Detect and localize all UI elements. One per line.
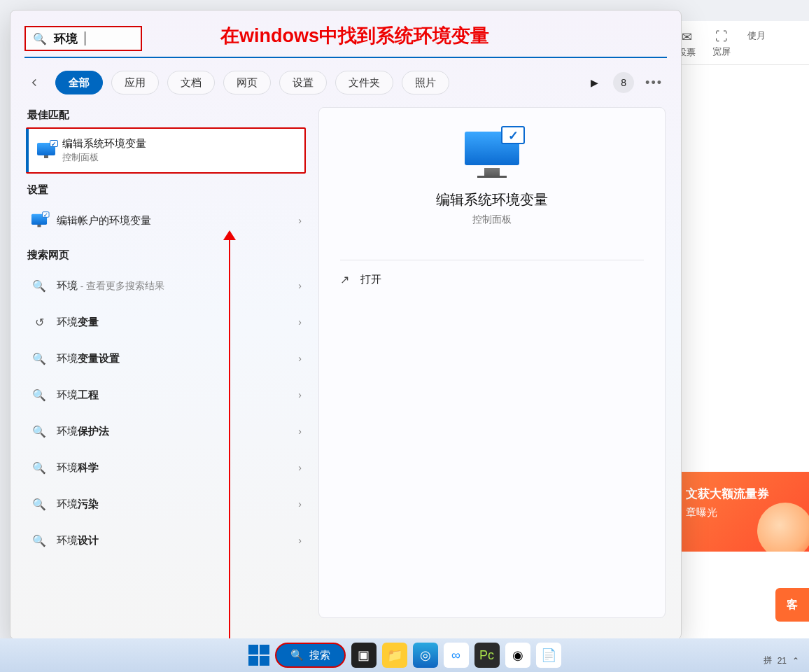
chevron-right-icon: › [298, 280, 302, 291]
search-icon: 🔍 [30, 352, 48, 365]
play-icon[interactable]: ▶ [584, 72, 605, 93]
annotation-arrow [229, 234, 230, 640]
search-bar: 🔍 环境 在windows中找到系统环境变量 [24, 20, 667, 58]
search-query-text: 环境 [54, 31, 78, 47]
chevron-right-icon: › [298, 215, 302, 226]
search-icon: 🔍 [30, 498, 48, 511]
search-icon: 🔍 [30, 279, 48, 293]
taskbar-edge-icon[interactable]: ◎ [413, 643, 438, 668]
tab-folders[interactable]: 文件夹 [335, 71, 393, 94]
open-button[interactable]: ↗ 打开 [340, 260, 644, 286]
taskbar-chrome-icon[interactable]: ◉ [505, 643, 530, 668]
start-button[interactable] [248, 645, 269, 666]
chevron-right-icon: › [298, 498, 302, 510]
search-icon: 🔍 [30, 388, 48, 402]
preview-panel: ✓ 编辑系统环境变量 控制面板 ↗ 打开 [318, 107, 666, 618]
taskbar-baidu-icon[interactable]: ∞ [444, 643, 469, 668]
result-web-item[interactable]: 🔍环境科学› [26, 449, 306, 486]
taskbar-search[interactable]: 🔍搜索 [275, 643, 346, 668]
section-settings: 设置 [27, 183, 306, 197]
history-icon: ↺ [30, 316, 48, 329]
result-web-item[interactable]: 🔍环境变量设置› [26, 340, 306, 377]
expand-icon: ⛶ [715, 29, 728, 44]
monitor-icon: ✓ [37, 143, 55, 158]
taskbar-notepad-icon[interactable]: 📄 [536, 643, 561, 668]
feedback-tab[interactable]: 客 [775, 588, 809, 622]
result-web-more[interactable]: 🔍 环境 - 查看更多搜索结果 › [26, 267, 306, 304]
result-web-item[interactable]: 🔍环境保护法› [26, 413, 306, 449]
chevron-right-icon: › [298, 535, 302, 546]
tab-docs[interactable]: 文档 [167, 71, 215, 94]
search-icon: 🔍 [30, 461, 48, 475]
result-web-item[interactable]: 🔍环境设计› [26, 522, 306, 559]
taskbar-explorer-icon[interactable]: 📁 [382, 643, 407, 668]
filter-tabs: 全部 应用 文档 网页 设置 文件夹 照片 ▶ 8 ••• [26, 71, 666, 94]
annotation-text: 在windows中找到系统环境变量 [220, 23, 489, 48]
page-toolbar: ✉投票 ⛶宽屏 使月 [669, 21, 809, 65]
chevron-right-icon: › [298, 353, 302, 364]
promo-line1: 文获大额流量券 [676, 472, 809, 506]
bestmatch-subtitle: 控制面板 [62, 152, 146, 164]
monitor-icon: ✓ [31, 214, 47, 227]
chevron-right-icon: › [298, 389, 302, 400]
result-web-item[interactable]: 🔍环境工程› [26, 377, 306, 413]
taskbar-taskview-icon[interactable]: ▣ [351, 643, 377, 668]
system-tray[interactable]: 拼 21 ⌃ [764, 654, 799, 666]
search-icon: 🔍 [33, 32, 47, 46]
result-web-item[interactable]: ↺环境变量› [26, 304, 306, 340]
chevron-right-icon: › [298, 426, 302, 437]
tab-settings[interactable]: 设置 [279, 71, 327, 94]
open-icon: ↗ [340, 273, 349, 286]
taskbar-pycharm-icon[interactable]: Pc [474, 643, 500, 668]
preview-title: 编辑系统环境变量 [436, 190, 548, 209]
tab-apps[interactable]: 应用 [111, 71, 159, 94]
chevron-right-icon: › [298, 316, 302, 328]
section-bestmatch: 最佳匹配 [27, 108, 306, 122]
use-button[interactable]: 使月 [747, 29, 766, 59]
promo-banner[interactable]: 文获大额流量券 章曝光 [676, 472, 809, 552]
search-icon: 🔍 [290, 649, 304, 662]
widescreen-button[interactable]: ⛶宽屏 [712, 29, 731, 59]
text-cursor [85, 31, 85, 46]
vote-icon: ✉ [682, 29, 692, 45]
back-button[interactable] [26, 74, 43, 91]
monitor-icon: ✓ [465, 132, 519, 178]
search-icon: 🔍 [30, 425, 48, 438]
bestmatch-title: 编辑系统环境变量 [62, 137, 146, 150]
tab-all[interactable]: 全部 [55, 71, 103, 94]
result-web-item[interactable]: 🔍环境污染› [26, 486, 306, 522]
chevron-right-icon: › [298, 462, 302, 473]
preview-subtitle: 控制面板 [472, 214, 512, 226]
result-bestmatch[interactable]: ✓ 编辑系统环境变量 控制面板 [26, 127, 306, 174]
search-icon: 🔍 [30, 534, 48, 547]
tray-input-icon: 拼 [764, 654, 772, 666]
promo-graphic [757, 503, 809, 552]
windows-search-flyout: 🔍 环境 在windows中找到系统环境变量 全部 应用 文档 网页 设置 文件… [10, 10, 682, 640]
more-icon[interactable]: ••• [642, 76, 666, 90]
tab-web[interactable]: 网页 [223, 71, 271, 94]
count-badge[interactable]: 8 [613, 72, 634, 93]
results-list: 最佳匹配 ✓ 编辑系统环境变量 控制面板 设置 ✓ 编辑帐户的环境变量 › 搜索… [26, 107, 306, 618]
section-websearch: 搜索网页 [27, 248, 306, 262]
tab-photos[interactable]: 照片 [402, 71, 449, 94]
tray-chevron-icon: ⌃ [792, 656, 799, 666]
taskbar: 🔍搜索 ▣ 📁 ◎ ∞ Pc ◉ 📄 拼 21 ⌃ [0, 638, 809, 672]
result-settings-item[interactable]: ✓ 编辑帐户的环境变量 › [26, 202, 306, 239]
annotation-arrowhead [223, 230, 236, 240]
search-input[interactable]: 🔍 环境 [24, 26, 142, 51]
